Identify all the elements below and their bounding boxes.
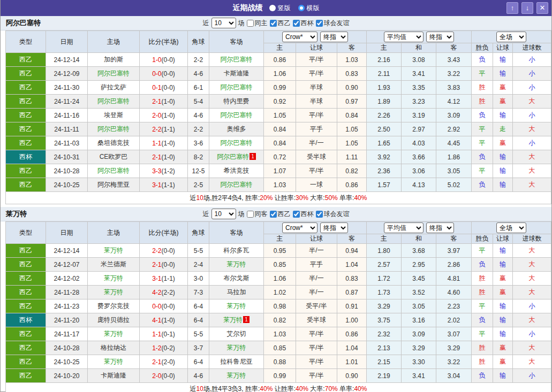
cell-score: 3-1(1-1) (140, 272, 188, 286)
cell-result-handicap: 输 (493, 258, 513, 272)
home-team-name[interactable]: 费罗尔竞技 (97, 302, 130, 310)
league-checkbox[interactable] (270, 211, 277, 218)
home-team-name[interactable]: 阿尔巴塞特 (97, 167, 130, 174)
friendly-checkbox[interactable] (316, 20, 323, 27)
away-team-name[interactable]: 科尔多瓦 (224, 247, 249, 254)
summary-segment: 40% (296, 385, 308, 392)
fulltime-score: 1-1 (152, 330, 161, 338)
away-team-name[interactable]: 布尔戈斯 (224, 274, 249, 282)
away-team-name[interactable]: 莱万特 (227, 260, 246, 268)
league-checkbox[interactable] (270, 20, 277, 27)
cell-corners: 2-2 (188, 53, 209, 67)
cell-score: 2-2(0-0) (140, 244, 188, 258)
final-odds-select[interactable]: 终指 (320, 222, 348, 233)
same-venue-option[interactable]: 同客 (247, 210, 268, 219)
home-team-name[interactable]: 桑坦德竞技 (97, 139, 130, 147)
same-venue-option[interactable]: 同主 (247, 19, 268, 28)
radio-horizontal-layout[interactable]: 横版 (298, 4, 320, 13)
home-team-name[interactable]: CE欧罗巴 (100, 153, 128, 160)
average-select[interactable]: 平均值 (384, 32, 424, 42)
cell-competition: 西杯 (6, 150, 46, 164)
away-team-name[interactable]: 拉科鲁尼亚 (221, 358, 253, 365)
same-venue-checkbox[interactable] (247, 20, 254, 27)
cell-avg-home: 1.57 (367, 178, 402, 192)
cup-option[interactable]: 西杯 (293, 19, 314, 28)
bookmaker-select[interactable]: Crow* (282, 222, 317, 233)
home-team-name[interactable]: 阿尔巴塞特 (97, 97, 130, 105)
final-odds-select[interactable]: 终指 (320, 32, 348, 42)
cell-avg-home: 2.19 (367, 369, 402, 383)
home-team-name[interactable]: 阿尔梅里亚 (97, 181, 130, 188)
away-team-name[interactable]: 特内里费 (224, 97, 249, 105)
cup-checkbox[interactable] (293, 20, 300, 27)
home-team-name[interactable]: 埃登斯 (104, 111, 123, 119)
away-team-name[interactable]: 马拉加 (227, 288, 246, 296)
league-option[interactable]: 西乙 (270, 19, 291, 28)
home-team-name[interactable]: 卡斯迪隆 (101, 372, 126, 379)
away-team-name[interactable]: 阿尔巴塞特 (221, 56, 253, 63)
cell-avg-draw: 3.35 (402, 81, 436, 95)
home-team-name[interactable]: 米兰德斯 (101, 260, 126, 268)
away-team-name[interactable]: 卡斯迪隆 (224, 70, 249, 77)
home-team-name[interactable]: 阿尔巴塞特 (97, 125, 130, 133)
bookmaker-select[interactable]: Crow* (282, 32, 317, 42)
home-team-name[interactable]: 莱万特 (104, 288, 123, 296)
away-team-name[interactable]: 阿尔巴塞特 (221, 83, 253, 91)
away-team-name[interactable]: 莱万特 (223, 316, 243, 324)
away-team-name[interactable]: 莱万特 (227, 302, 246, 310)
cell-home-team: 格拉纳达 (88, 341, 140, 355)
move-up-button[interactable]: ↑ (506, 2, 518, 14)
friendly-option[interactable]: 球会友谊 (316, 19, 350, 28)
final-average-select[interactable]: 终指 (426, 32, 454, 42)
away-team-name[interactable]: 艾尔切 (227, 330, 246, 337)
final-average-select[interactable]: 终指 (426, 222, 454, 233)
summary-segment: 让胜率: (273, 194, 296, 202)
fulltime-select[interactable]: 全场 (496, 32, 526, 42)
away-team-name[interactable]: 阿尔巴塞特 (221, 111, 253, 119)
home-team-name[interactable]: 莱万特 (104, 330, 123, 337)
cell-avg-away: 3.05 (436, 164, 472, 178)
friendly-option[interactable]: 球会友谊 (316, 210, 350, 219)
cell-competition: 西乙 (6, 355, 46, 369)
away-team-name[interactable]: 莱万特 (227, 372, 246, 379)
away-team-name[interactable]: 莱万特 (227, 344, 246, 351)
home-team-name[interactable]: 格拉纳达 (101, 344, 126, 351)
cell-result-goals: 小 (513, 327, 551, 341)
away-team-name[interactable]: 阿尔巴塞特 (221, 181, 253, 188)
cup-checkbox[interactable] (293, 211, 300, 218)
friendly-label: 球会友谊 (324, 19, 350, 28)
home-team-name[interactable]: 庞特贝德拉 (97, 316, 130, 324)
team-section-albacete: 阿尔巴塞特 近 10 场 同主 西乙 西杯 (1, 16, 551, 204)
friendly-checkbox[interactable] (316, 211, 323, 218)
same-venue-checkbox[interactable] (247, 211, 254, 218)
match-count-select[interactable]: 10 (211, 209, 236, 219)
cell-score: 2-0(0-0) (140, 369, 188, 383)
radio-vertical-layout[interactable]: 竖版 (269, 4, 291, 13)
away-team-name[interactable]: 阿尔巴塞特 (221, 139, 253, 147)
cell-result-outcome: 负 (472, 109, 493, 122)
cell-home-team: 莱万特 (88, 355, 140, 369)
cell-odds-home: 1.07 (264, 164, 296, 178)
home-team-name[interactable]: 莱万特 (104, 358, 123, 365)
move-down-button[interactable]: ↓ (521, 2, 533, 14)
match-count-select[interactable]: 10 (211, 18, 236, 28)
match-row: 西杯24-10-31CE欧罗巴2-1(1-0)8-2阿尔巴塞特10.72受半球1… (6, 150, 551, 164)
fulltime-select[interactable]: 全场 (496, 222, 526, 233)
home-team-name[interactable]: 莱万特 (104, 274, 123, 282)
home-team-name[interactable]: 莱万特 (104, 247, 123, 254)
away-team-name[interactable]: 奥维多 (227, 125, 246, 133)
away-team-name[interactable]: 阿尔巴塞特 (217, 153, 249, 160)
fulltime-score: 1-2 (152, 344, 161, 352)
cell-avg-away: 2.86 (436, 258, 472, 272)
home-team-name[interactable]: 阿尔巴塞特 (97, 70, 130, 77)
home-team-name[interactable]: 萨拉戈萨 (101, 83, 126, 91)
match-row: 西乙24-11-11阿尔巴塞特2-2(1-1)2-2奥维多0.84平手1.052… (6, 122, 551, 136)
close-button[interactable]: ✕ (536, 2, 548, 14)
away-team-name[interactable]: 希洪竞技 (224, 167, 249, 174)
average-select[interactable]: 平均值 (384, 222, 424, 233)
cell-odds-home: 0.98 (264, 299, 296, 313)
cell-score: 3-1(1-1) (140, 178, 188, 192)
cup-option[interactable]: 西杯 (293, 210, 314, 219)
home-team-name[interactable]: 加的斯 (104, 56, 123, 63)
league-option[interactable]: 西乙 (270, 210, 291, 219)
